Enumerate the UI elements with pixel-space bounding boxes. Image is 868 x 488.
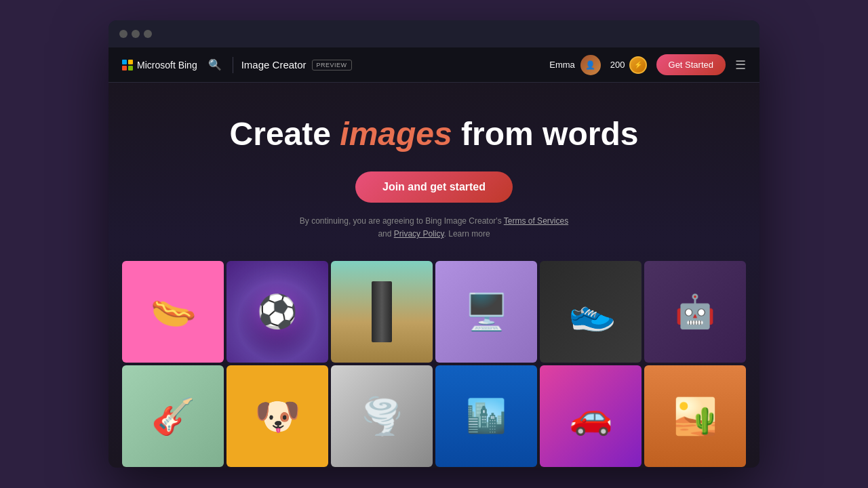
main-content: Create images from words Join and get st… [108, 83, 760, 468]
title-bar [108, 20, 760, 47]
terms-link2[interactable]: Privacy Policy [394, 229, 444, 239]
user-name: Emma [549, 60, 575, 70]
gallery-item-tornado[interactable] [331, 365, 433, 467]
traffic-lights [119, 30, 152, 38]
nav-divider [233, 57, 233, 73]
traffic-light-minimize[interactable] [132, 30, 140, 38]
preview-badge: PREVIEW [312, 60, 352, 70]
search-icon[interactable]: 🔍 [205, 56, 224, 74]
gallery-item-sneaker[interactable] [540, 261, 642, 363]
gallery-grid [108, 261, 760, 468]
terms-line1: By continuing, you are agreeing to Bing … [300, 216, 504, 226]
traffic-light-maximize[interactable] [144, 30, 152, 38]
gallery-item-car[interactable] [540, 365, 642, 467]
nav-right: Emma 👤 200 ⚡ Get Started ☰ [549, 54, 746, 75]
bing-brand-text: Microsoft Bing [137, 60, 197, 70]
gallery-item-shiba[interactable] [226, 365, 328, 467]
gallery-item-city[interactable] [435, 365, 537, 467]
gallery-item-robot[interactable] [644, 261, 746, 363]
hero-title: Create images from words [122, 117, 746, 152]
monolith-shape [372, 281, 392, 342]
title-italic: images [340, 116, 452, 152]
gallery-item-desert[interactable] [644, 365, 746, 467]
gallery-item-guitar[interactable] [122, 365, 224, 467]
image-creator-label: Image Creator [241, 59, 307, 70]
navbar: Microsoft Bing 🔍 Image Creator PREVIEW E… [108, 47, 760, 83]
join-button[interactable]: Join and get started [355, 171, 513, 203]
hero-section: Create images from words Join and get st… [108, 83, 760, 261]
title-part1: Create [230, 116, 340, 152]
bing-logo-icon [122, 60, 133, 70]
traffic-light-close[interactable] [119, 30, 127, 38]
menu-icon[interactable]: ☰ [735, 58, 746, 73]
bing-logo[interactable]: Microsoft Bing [122, 60, 197, 70]
browser-window: Microsoft Bing 🔍 Image Creator PREVIEW E… [108, 20, 760, 468]
gallery-item-soccer[interactable] [226, 261, 328, 363]
terms-text: By continuing, you are agreeing to Bing … [122, 215, 746, 241]
nav-section: Image Creator PREVIEW [241, 59, 352, 70]
gallery-item-computer[interactable] [435, 261, 537, 363]
title-part2: from words [452, 116, 639, 152]
coin-number: 200 [610, 60, 625, 70]
user-info: Emma 👤 [549, 55, 601, 75]
get-started-button[interactable]: Get Started [656, 54, 726, 75]
terms-line2: and [378, 229, 393, 239]
terms-line3: . Learn more [444, 229, 490, 239]
coin-icon: ⚡ [629, 56, 647, 74]
coin-count: 200 ⚡ [610, 56, 647, 74]
avatar[interactable]: 👤 [580, 55, 601, 75]
terms-link1[interactable]: Terms of Services [504, 216, 568, 226]
gallery-item-monolith[interactable] [331, 261, 433, 363]
gallery-item-hotdog[interactable] [122, 261, 224, 363]
